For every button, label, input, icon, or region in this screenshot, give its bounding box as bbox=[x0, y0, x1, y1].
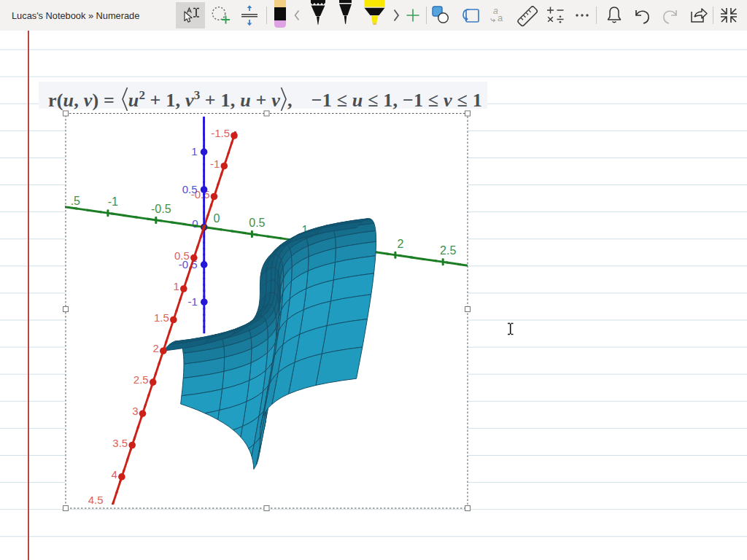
svg-text:2: 2 bbox=[152, 342, 158, 354]
svg-text:2.5: 2.5 bbox=[440, 244, 456, 257]
svg-text:0: 0 bbox=[192, 217, 198, 230]
svg-text:4: 4 bbox=[112, 468, 117, 481]
svg-text:a: a bbox=[498, 12, 503, 23]
svg-text:0.5: 0.5 bbox=[174, 249, 190, 262]
svg-text:-1: -1 bbox=[108, 195, 118, 208]
svg-text:-0.5: -0.5 bbox=[151, 203, 171, 215]
svg-text:0.5: 0.5 bbox=[182, 183, 198, 195]
svg-text:4.5: 4.5 bbox=[88, 494, 104, 505]
svg-text:0: 0 bbox=[214, 212, 220, 225]
svg-text:-1.5: -1.5 bbox=[211, 127, 230, 139]
svg-text:1: 1 bbox=[191, 145, 197, 158]
svg-text:0.5: 0.5 bbox=[249, 217, 265, 229]
svg-text:-1: -1 bbox=[187, 295, 197, 308]
svg-text:1: 1 bbox=[173, 280, 179, 292]
svg-text:3: 3 bbox=[132, 405, 138, 417]
svg-text:.5: .5 bbox=[71, 195, 80, 207]
svg-text:3.5: 3.5 bbox=[112, 437, 128, 449]
svg-text:1.5: 1.5 bbox=[154, 311, 169, 324]
svg-text:2: 2 bbox=[397, 238, 403, 250]
svg-text:-1: -1 bbox=[210, 158, 220, 170]
svg-text:2.5: 2.5 bbox=[133, 373, 149, 386]
